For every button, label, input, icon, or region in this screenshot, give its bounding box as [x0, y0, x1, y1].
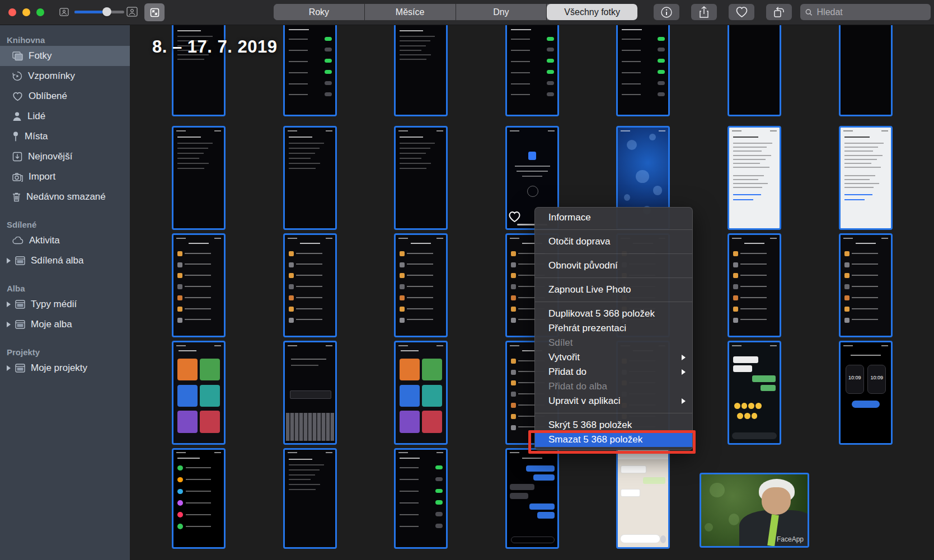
sidebar-item-nejnovejsi[interactable]: Nejnovější: [0, 147, 130, 167]
thumb-art: [733, 150, 761, 152]
photos-icon: [12, 51, 23, 61]
thumb-art: [844, 284, 849, 289]
photo-thumbnail-faceapp[interactable]: FaceApp: [700, 473, 809, 548]
thumb-art: [177, 163, 209, 164]
slider-thumb[interactable]: [102, 7, 111, 16]
submenu-arrow-icon: [682, 369, 686, 375]
segment-dny[interactable]: Dny: [456, 4, 547, 20]
zoom-window-button[interactable]: [36, 8, 44, 16]
menu-item-obnovit-puvodni[interactable]: Obnovit původní: [535, 258, 692, 273]
photo-thumbnail[interactable]: [839, 233, 893, 337]
fullscreen-button[interactable]: [144, 3, 165, 21]
search-field[interactable]: [800, 4, 931, 20]
menu-item-otocit-doprava[interactable]: Otočit doprava: [535, 234, 692, 249]
photo-thumbnail[interactable]: [283, 233, 337, 337]
disclosure-triangle-icon[interactable]: [7, 365, 11, 371]
annotation-box: [528, 430, 696, 454]
sidebar-item-import[interactable]: Import: [0, 167, 130, 187]
menu-item-vytvorit[interactable]: Vytvořit: [535, 350, 692, 365]
rotate-button[interactable]: [766, 4, 792, 20]
photo-thumbnail[interactable]: [394, 25, 448, 116]
menu-item-duplikovat[interactable]: Duplikovat 5 368 položek: [535, 307, 692, 321]
photo-thumbnail[interactable]: [505, 25, 559, 116]
segment-roky[interactable]: Roky: [274, 4, 365, 20]
segment-vsechny-fotky[interactable]: Všechny fotky: [547, 4, 637, 20]
photo-thumbnail[interactable]: 10:0910:09: [839, 341, 893, 445]
menu-item-upravit-v-aplikaci[interactable]: Upravit v aplikaci: [535, 394, 692, 408]
segment-mesice[interactable]: Měsíce: [365, 4, 456, 20]
sidebar-item-typy-medii[interactable]: Typy médií: [0, 294, 130, 314]
menu-item-zapnout-live-photo[interactable]: Zapnout Live Photo: [535, 283, 692, 297]
photo-thumbnail[interactable]: [394, 233, 448, 337]
sidebar-item-nedavno-smazane[interactable]: Nedávno smazané: [0, 187, 130, 207]
photo-thumbnail[interactable]: [728, 126, 781, 230]
photo-thumbnail[interactable]: [394, 448, 448, 549]
thumb-art: [289, 484, 320, 485]
minimize-window-button[interactable]: [22, 8, 30, 16]
search-input[interactable]: [816, 7, 926, 18]
thumb-art: [400, 137, 423, 138]
thumb-art: [326, 238, 332, 239]
photo-thumbnail[interactable]: [728, 341, 781, 445]
sidebar-item-lide[interactable]: Lidé: [0, 106, 130, 126]
thumbnail-zoom-slider[interactable]: [74, 11, 124, 13]
sidebar-item-moje-alba[interactable]: Moje alba: [0, 314, 130, 335]
photo-thumbnail[interactable]: [394, 341, 448, 445]
menu-item-pridat-do[interactable]: Přidat do: [535, 365, 692, 379]
info-button[interactable]: [654, 4, 679, 20]
photo-thumbnail[interactable]: [728, 25, 781, 116]
photo-thumbnail[interactable]: [505, 448, 559, 549]
sidebar-item-aktivita[interactable]: Aktivita: [0, 230, 130, 251]
thumb-art: [844, 137, 870, 138]
thumb-art: [511, 392, 516, 397]
photo-thumbnail[interactable]: [283, 341, 337, 445]
thumb-art: [517, 171, 548, 172]
photo-thumbnail[interactable]: [616, 25, 670, 116]
menu-separator: [535, 413, 692, 413]
menu-item-prehrat-prezentaci[interactable]: Přehrát prezentaci: [535, 321, 692, 336]
disclosure-triangle-icon[interactable]: [7, 258, 11, 263]
disclosure-triangle-icon[interactable]: [7, 322, 11, 327]
sidebar-item-label: Vzpomínky: [28, 70, 75, 82]
photo-thumbnail[interactable]: [728, 233, 781, 337]
sidebar-item-mista[interactable]: Místa: [0, 126, 130, 147]
photo-thumbnail[interactable]: [394, 126, 448, 230]
thumb-art: [852, 275, 878, 276]
photo-thumbnail[interactable]: [839, 126, 893, 230]
thumb-art: [621, 130, 630, 131]
share-button[interactable]: [691, 4, 717, 20]
thumb-art: [214, 452, 221, 453]
photo-thumbnail[interactable]: [839, 25, 893, 116]
photo-thumbnail[interactable]: [172, 233, 226, 337]
menu-item-informace[interactable]: Informace: [535, 210, 692, 225]
disclosure-triangle-icon[interactable]: [7, 302, 11, 307]
thumb-art: [325, 59, 332, 63]
thumb-art: [511, 370, 516, 375]
menu-item-label: Zapnout Live Photo: [548, 283, 686, 297]
thumb-art: [400, 163, 431, 164]
sidebar-item-sdilena-alba[interactable]: Sdílená alba: [0, 251, 130, 271]
thumb-art: [400, 54, 431, 55]
sidebar-item-label: Import: [29, 171, 55, 182]
thumb-art: [511, 537, 555, 543]
photo-thumbnail[interactable]: [616, 448, 670, 549]
photo-thumbnail[interactable]: [172, 341, 226, 445]
sidebar-item-fotky[interactable]: Fotky: [0, 46, 130, 66]
sidebar-item-moje-projekty[interactable]: Moje projekty: [0, 358, 130, 378]
thumb-art: [515, 166, 550, 167]
thumb-art: [658, 37, 665, 41]
thumb-art: [400, 50, 421, 51]
favorite-button[interactable]: [729, 4, 754, 20]
menu-item-label: Duplikovat 5 368 položek: [548, 307, 686, 321]
close-window-button[interactable]: [8, 8, 16, 16]
photo-thumbnail[interactable]: [283, 448, 337, 549]
sidebar-item-oblibene[interactable]: Oblíbené: [0, 86, 130, 106]
photo-thumbnail[interactable]: [283, 25, 337, 116]
photo-thumbnail[interactable]: [283, 126, 337, 230]
photo-thumbnail[interactable]: [172, 448, 226, 549]
photo-thumbnail[interactable]: [172, 126, 226, 230]
sidebar-item-vzpominky[interactable]: Vzpomínky: [0, 66, 130, 86]
thumb-art: [289, 469, 320, 470]
thumb-art: [511, 83, 530, 84]
menu-item-label: Otočit doprava: [548, 234, 686, 249]
